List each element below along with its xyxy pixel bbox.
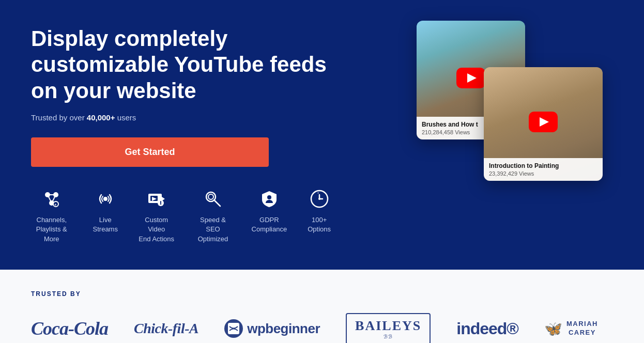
- subtitle-suffix: users: [115, 113, 136, 122]
- svg-line-18: [214, 200, 220, 206]
- svg-point-15: [160, 204, 161, 205]
- video-card-2-info: Introduction to Painting 23,392,429 View…: [484, 158, 603, 181]
- video-cards-container: Brushes and How t 210,284,458 Views Intr…: [406, 15, 613, 196]
- get-started-button[interactable]: Get Started: [31, 137, 269, 167]
- trusted-section: TRUSTED BY Coca-Cola Chick-fil-A wpbegin…: [0, 270, 644, 343]
- video-end-icon: [145, 188, 168, 210]
- gdpr-icon: [258, 188, 281, 210]
- baileys-logo: BAILEYS ℬℬ: [346, 313, 431, 343]
- indeed-logo: indeed®: [456, 319, 518, 338]
- hero-title: Display completely customizable YouTube …: [31, 26, 331, 104]
- video-card-2-title: Introduction to Painting: [489, 162, 597, 169]
- play-button-1: [456, 68, 485, 88]
- svg-point-23: [318, 198, 320, 200]
- subtitle-highlight: 40,000+: [87, 113, 115, 122]
- wpbeginner-text: wpbeginner: [247, 321, 320, 337]
- feature-video-end: Custom VideoEnd Actions: [139, 188, 174, 244]
- gdpr-label: GDPRCompliance: [252, 215, 287, 234]
- seo-icon: [202, 188, 224, 210]
- logos-row: Coca-Cola Chick-fil-A wpbeginner BAILEYS…: [31, 313, 613, 343]
- live-label: LiveStreams: [93, 215, 118, 234]
- video-card-2: Introduction to Painting 23,392,429 View…: [484, 67, 603, 181]
- features-row: + Channels,Playlists & More LiveStreams: [31, 188, 331, 244]
- feature-channels: + Channels,Playlists & More: [31, 188, 72, 244]
- feature-live: LiveStreams: [93, 188, 118, 244]
- feature-options: + 100+Options: [308, 188, 331, 244]
- live-icon: [94, 188, 117, 210]
- svg-point-8: [103, 197, 108, 201]
- wpbeginner-logo: wpbeginner: [224, 319, 320, 338]
- subtitle-prefix: Trusted by over: [31, 113, 87, 122]
- feature-seo: Speed & SEOOptimized: [195, 188, 231, 244]
- mariah-carey-logo: 🦋 MARIAHCAREY: [544, 320, 598, 337]
- baileys-wrapper: BAILEYS ℬℬ: [346, 313, 431, 343]
- svg-point-19: [267, 195, 271, 199]
- chick-fil-a-logo: Chick-fil-A: [134, 320, 198, 337]
- indeed-text: indeed®: [456, 319, 518, 338]
- mariah-carey-text: MARIAHCAREY: [566, 320, 598, 337]
- channels-icon: +: [40, 188, 63, 210]
- svg-text:+: +: [54, 202, 57, 207]
- trusted-label: TRUSTED BY: [31, 290, 613, 298]
- hero-content: Display completely customizable YouTube …: [31, 21, 331, 244]
- coca-cola-text: Coca-Cola: [31, 319, 108, 338]
- options-icon: +: [308, 188, 331, 210]
- svg-text:+: +: [317, 191, 319, 194]
- video-end-label: Custom VideoEnd Actions: [139, 215, 174, 244]
- coca-cola-logo: Coca-Cola: [31, 319, 108, 338]
- butterfly-icon: 🦋: [544, 320, 562, 337]
- baileys-text: BAILEYS: [355, 318, 421, 334]
- options-label: 100+Options: [308, 215, 331, 234]
- seo-label: Speed & SEOOptimized: [195, 215, 231, 244]
- indeed-dot: ®: [507, 319, 518, 338]
- channels-label: Channels,Playlists & More: [31, 215, 72, 244]
- chick-fil-a-text: Chick-fil-A: [134, 320, 198, 337]
- play-button-2: [529, 112, 558, 132]
- svg-point-17: [208, 194, 213, 199]
- wpbeginner-icon: [224, 319, 243, 338]
- hero-section: Display completely customizable YouTube …: [0, 0, 644, 270]
- video-card-2-views: 23,392,429 Views: [489, 170, 597, 177]
- baileys-sub: ℬℬ: [384, 334, 393, 339]
- hero-subtitle: Trusted by over 40,000+ users: [31, 113, 331, 122]
- feature-gdpr: GDPRCompliance: [252, 188, 287, 244]
